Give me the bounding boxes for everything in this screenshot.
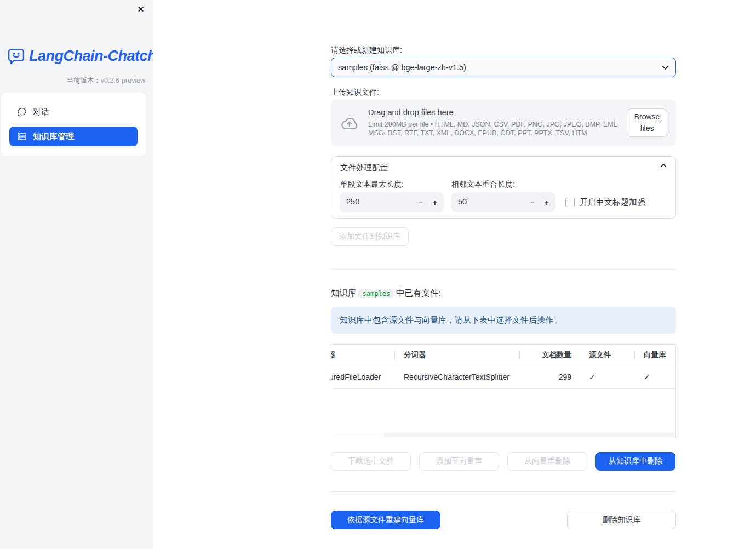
cloud-upload-icon bbox=[340, 115, 359, 131]
add-files-to-kb-button[interactable]: 添加文件到知识库 bbox=[331, 227, 409, 246]
plus-stepper-button[interactable]: + bbox=[427, 192, 443, 212]
heading-suffix: 中已有文件: bbox=[396, 288, 441, 298]
cell-loader: UnstructuredFileLoader bbox=[331, 365, 394, 388]
chevron-down-icon bbox=[662, 65, 669, 70]
column-header-loader[interactable]: 文档加载器 bbox=[331, 345, 394, 365]
kb-files-heading: 知识库samples中已有文件: bbox=[331, 287, 676, 300]
dropzone-instructions: Drag and drop files here Limit 200MB per… bbox=[368, 108, 627, 138]
column-separator bbox=[519, 350, 520, 360]
info-alert-text: 知识库中包含源文件与向量库，请从下表中选择文件后操作 bbox=[340, 315, 553, 325]
chat-bubble-icon bbox=[17, 107, 27, 117]
overlap-size-input[interactable]: 50 − + bbox=[451, 192, 555, 212]
kb-select-label: 请选择或新建知识库: bbox=[331, 45, 676, 55]
sidebar-item-label: 对话 bbox=[33, 107, 49, 117]
add-to-vector-store-button[interactable]: 添加至向量库 bbox=[419, 452, 499, 471]
cell-splitter: RecursiveCharacterTextSplitter bbox=[394, 365, 519, 388]
rebuild-vector-store-button[interactable]: 依据源文件重建向量库 bbox=[331, 511, 440, 529]
app-logo: LangChain-Chatchat bbox=[7, 47, 146, 65]
column-header-vector-store[interactable]: 向量库 bbox=[634, 345, 675, 365]
sidebar-item-dialogue[interactable]: 对话 bbox=[9, 102, 138, 122]
plus-stepper-button[interactable]: + bbox=[539, 192, 554, 212]
sidebar-item-knowledge-base[interactable]: 知识库管理 bbox=[9, 127, 138, 146]
browse-files-button[interactable]: Browse files bbox=[627, 108, 667, 137]
column-header-splitter[interactable]: 分词器 bbox=[394, 345, 519, 365]
chat-smiley-logo-icon bbox=[7, 47, 25, 65]
download-selected-button[interactable]: 下载选中文档 bbox=[331, 452, 411, 471]
horizontal-scrollbar[interactable] bbox=[384, 433, 674, 437]
delete-from-kb-button[interactable]: 从知识库中删除 bbox=[595, 452, 675, 471]
delete-from-vector-store-button[interactable]: 从向量库删除 bbox=[507, 452, 587, 471]
file-actions-row: 下载选中文档 添加至向量库 从向量库删除 从知识库中删除 bbox=[331, 452, 676, 471]
uploader-label: 上传知识文件: bbox=[331, 87, 676, 97]
version-line: 当前版本：v0.2.6-preview bbox=[66, 76, 145, 85]
table-row[interactable]: UnstructuredFileLoader RecursiveCharacte… bbox=[331, 365, 675, 389]
minus-stepper-button[interactable]: − bbox=[525, 192, 540, 212]
chinese-title-enhance-checkbox[interactable] bbox=[565, 198, 575, 207]
chevron-up-icon[interactable] bbox=[660, 163, 667, 168]
column-separator bbox=[580, 350, 580, 360]
dropzone-title: Drag and drop files here bbox=[368, 108, 621, 117]
chunk-size-value: 250 bbox=[346, 197, 359, 206]
kb-files-table[interactable]: 文档加载器 分词器 文档数量 源文件 向量库 UnstructuredFileL… bbox=[331, 344, 676, 438]
kb-select[interactable]: samples (faiss @ bge-large-zh-v1.5) bbox=[331, 58, 676, 77]
table-header-row: 文档加载器 分词器 文档数量 源文件 向量库 bbox=[331, 345, 675, 365]
kb-name-code: samples bbox=[359, 289, 394, 298]
column-header-doc-count[interactable]: 文档数量 bbox=[519, 345, 580, 365]
overlap-size-label: 相邻文本重合长度: bbox=[451, 180, 515, 190]
divider bbox=[331, 269, 676, 270]
heading-prefix: 知识库 bbox=[331, 288, 357, 298]
sidebar: ✕ LangChain-Chatchat 当前版本：v0.2.6-preview… bbox=[0, 0, 153, 549]
file-config-expander: 文件处理配置 单段文本最大长度: 250 − + 相邻文本重合长度: 50 − … bbox=[331, 156, 676, 219]
chinese-title-enhance-row: 开启中文标题加强 bbox=[565, 192, 645, 212]
column-separator bbox=[394, 350, 395, 360]
sidebar-menu: 对话 知识库管理 bbox=[1, 93, 146, 156]
version-label: 当前版本： bbox=[66, 77, 101, 84]
cell-doc-count: 299 bbox=[519, 365, 580, 388]
sidebar-item-label: 知识库管理 bbox=[33, 131, 74, 142]
cell-source-file-check: ✓ bbox=[580, 365, 634, 388]
cell-vector-store-check: ✓ bbox=[634, 365, 675, 388]
overlap-size-value: 50 bbox=[458, 197, 467, 206]
app-title: LangChain-Chatchat bbox=[29, 48, 169, 65]
info-alert: 知识库中包含源文件与向量库，请从下表中选择文件后操作 bbox=[331, 307, 676, 334]
expander-title[interactable]: 文件处理配置 bbox=[340, 163, 388, 173]
chunk-size-label: 单段文本最大长度: bbox=[340, 180, 404, 190]
delete-kb-button[interactable]: 删除知识库 bbox=[567, 511, 676, 529]
kb-actions-row: 依据源文件重建向量库 删除知识库 bbox=[331, 511, 676, 529]
column-separator bbox=[634, 350, 635, 360]
chunk-size-input[interactable]: 250 − + bbox=[340, 192, 444, 212]
version-value: v0.2.6-preview bbox=[101, 77, 145, 84]
minus-stepper-button[interactable]: − bbox=[413, 192, 428, 212]
kb-select-value: samples (faiss @ bge-large-zh-v1.5) bbox=[338, 63, 662, 72]
checkbox-label: 开启中文标题加强 bbox=[580, 197, 645, 208]
divider bbox=[331, 491, 676, 492]
hdd-stack-icon bbox=[17, 131, 27, 141]
sidebar-close-icon[interactable]: ✕ bbox=[136, 4, 146, 14]
main-content: 请选择或新建知识库: samples (faiss @ bge-large-zh… bbox=[153, 0, 756, 549]
dropzone-limit-text: Limit 200MB per file • HTML, MD, JSON, C… bbox=[368, 120, 621, 138]
column-header-source-file[interactable]: 源文件 bbox=[580, 345, 634, 365]
file-dropzone[interactable]: Drag and drop files here Limit 200MB per… bbox=[331, 100, 676, 146]
